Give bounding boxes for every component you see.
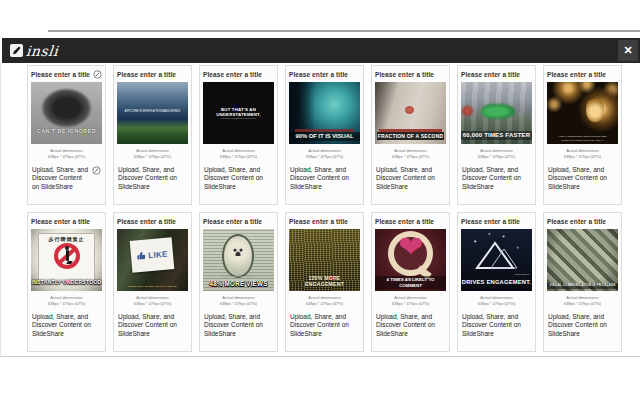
- close-button[interactable]: ✕: [618, 40, 638, 61]
- pin-image[interactable]: POSTS WITH PHOTOS GET 120% MORE ENGAGEME…: [289, 229, 360, 291]
- pin-title-input[interactable]: Please enter a title: [375, 71, 434, 78]
- pin-description[interactable]: Upload, Share, and Discover Content on S…: [204, 313, 273, 338]
- pin-card[interactable]: Please enter a title A PICTURE IS WORTH …: [113, 65, 192, 205]
- card-description-row: Upload, Share, and Discover Content on S…: [31, 313, 102, 338]
- slide-caption: BUT THAT'S AN UNDERSTATEMENT,: [203, 107, 274, 117]
- card-title-row: Please enter a title: [375, 69, 446, 79]
- pin-description[interactable]: Upload, Share, and Discover Content on S…: [290, 313, 359, 338]
- pin-title-input[interactable]: Please enter a title: [461, 218, 520, 225]
- pin-title-input[interactable]: Please enter a title: [547, 71, 606, 78]
- pin-description[interactable]: Upload, Share, and Discover Content on S…: [462, 313, 531, 338]
- page-top-edge: [48, 30, 640, 32]
- pin-card[interactable]: Please enter a title 歩行喫煙禁止 INSTANTLY UN…: [27, 212, 106, 352]
- pin-title-input[interactable]: Please enter a title: [203, 218, 262, 225]
- pin-card[interactable]: Please enter a title ❤ PEOPLE ARE 4 TIME…: [371, 212, 450, 352]
- slide-caption: FRACTION OF A SECOND: [377, 132, 444, 140]
- pin-description[interactable]: Upload, Share, and Discover Content on S…: [32, 166, 90, 191]
- pin-card[interactable]: Please enter a title CAN'T BE IGNORED Ac…: [27, 65, 106, 205]
- pin-title-input[interactable]: Please enter a title: [547, 218, 606, 225]
- pin-image[interactable]: CONTENT WITH VISUALS GETS 48% MORE VIEWS: [203, 229, 274, 291]
- pin-description[interactable]: Upload, Share, and Discover Content on S…: [290, 166, 359, 191]
- image-dimensions: Actual dimensions 638px * 479px (47%): [203, 148, 274, 161]
- dims-value: 638px * 479px (47%): [289, 301, 360, 307]
- image-dimensions: Actual dimensions 638px * 479px (47%): [547, 148, 618, 161]
- pin-title-input[interactable]: Please enter a title: [31, 218, 90, 225]
- slide-caption-sub: CONTENT WITH VISUALS GETS: [203, 275, 274, 278]
- logo-wordmark: insli: [25, 44, 59, 58]
- pin-card[interactable]: Please enter a title visual content DRIV…: [457, 212, 536, 352]
- dims-value: 638px * 479px (47%): [461, 154, 532, 160]
- pin-title-input[interactable]: Please enter a title: [461, 71, 520, 78]
- pin-card[interactable]: Please enter a title BUT THAT'S AN UNDER…: [199, 65, 278, 205]
- pin-description[interactable]: Upload, Share, and Discover Content on S…: [376, 166, 445, 191]
- pin-title-input[interactable]: Please enter a title: [289, 218, 348, 225]
- like-label: LIKE: [148, 249, 168, 260]
- card-title-row: Please enter a title: [203, 69, 274, 79]
- pin-description[interactable]: Upload, Share, and Discover Content on S…: [548, 166, 617, 191]
- pin-image[interactable]: CAN'T BE IGNORED: [31, 82, 102, 144]
- dims-value: 638px * 479px (47%): [547, 301, 618, 307]
- pin-title-input[interactable]: Please enter a title: [375, 218, 434, 225]
- image-dimensions: Actual dimensions 638px * 479px (47%): [375, 148, 446, 161]
- pin-image[interactable]: FRACTION OF A SECOND: [375, 82, 446, 144]
- mountain-triangles-icon: [474, 241, 518, 269]
- card-title-row: Please enter a title: [117, 69, 188, 79]
- pin-description[interactable]: Upload, Share, and Discover Content on S…: [462, 166, 531, 191]
- image-dimensions: Actual dimensions 638px * 479px (47%): [461, 148, 532, 161]
- dims-value: 638px * 479px (47%): [203, 154, 274, 160]
- pin-image[interactable]: VISUAL COMMUNICATION ILLUMINATES EVEN TH…: [547, 82, 618, 144]
- image-dimensions: Actual dimensions 638px * 479px (47%): [117, 148, 188, 161]
- pin-card[interactable]: Please enter a title VISUAL COMMUNICATIO…: [543, 65, 622, 205]
- edit-description-icon[interactable]: [92, 166, 101, 175]
- pin-description[interactable]: Upload, Share, and Discover Content on S…: [118, 166, 187, 191]
- pin-description[interactable]: Upload, Share, and Discover Content on S…: [118, 313, 187, 338]
- image-dimensions: Actual dimensions 638px * 479px (47%): [547, 295, 618, 308]
- pin-image[interactable]: 90% OF IT IS VISUAL: [289, 82, 360, 144]
- card-title-row: Please enter a title: [31, 216, 102, 226]
- pin-description[interactable]: Upload, Share, and Discover Content on S…: [548, 313, 617, 338]
- card-description-row: Upload, Share, and Discover Content on S…: [547, 166, 618, 191]
- pin-card[interactable]: Please enter a title 90% OF IT IS VISUAL…: [285, 65, 364, 205]
- card-description-row: Upload, Share, and Discover Content on S…: [289, 313, 360, 338]
- slide-caption-sub: EVEN THE MOST COMPLEX IDEAS: [547, 139, 618, 142]
- pin-description[interactable]: Upload, Share, and Discover Content on S…: [32, 313, 101, 338]
- slide-caption: CAN'T BE IGNORED: [31, 128, 102, 135]
- pin-card[interactable]: Please enter a title 60,000 TIMES FASTER…: [457, 65, 536, 205]
- app-logo: insli: [10, 44, 58, 58]
- pin-image[interactable]: BUT THAT'S AN UNDERSTATEMENT, a picture …: [203, 82, 274, 144]
- pin-title-input[interactable]: Please enter a title: [117, 218, 176, 225]
- card-title-row: Please enter a title: [31, 69, 102, 79]
- pin-title-input[interactable]: Please enter a title: [203, 71, 262, 78]
- pin-image[interactable]: visual content DRIVES ENGAGEMENT.: [461, 229, 532, 291]
- logo-pen-icon: [10, 44, 23, 57]
- pin-card[interactable]: Please enter a title POSTS WITH PHOTOS G…: [285, 212, 364, 352]
- pedestrian-figure-icon: [66, 250, 69, 261]
- pin-title-input[interactable]: Please enter a title: [31, 71, 90, 78]
- card-description-row: Upload, Share, and Discover Content on S…: [375, 166, 446, 191]
- sign-japanese-text: 歩行喫煙禁止: [49, 236, 85, 242]
- slide-caption-sub: visual content: [514, 274, 529, 277]
- card-title-row: Please enter a title: [547, 216, 618, 226]
- pin-title-input[interactable]: Please enter a title: [289, 71, 348, 78]
- pin-title-input[interactable]: Please enter a title: [117, 71, 176, 78]
- pin-description[interactable]: Upload, Share, and Discover Content on S…: [204, 166, 273, 191]
- pin-image[interactable]: A PICTURE IS WORTH A THOUSAND WORDS: [117, 82, 188, 144]
- pin-image[interactable]: 60,000 TIMES FASTER: [461, 82, 532, 144]
- card-title-row: Please enter a title: [375, 216, 446, 226]
- pin-image[interactable]: VISUAL COMMUNICATION IS PRICELESS: [547, 229, 618, 291]
- pin-card[interactable]: Please enter a title CONTENT WITH VISUAL…: [199, 212, 278, 352]
- dims-value: 638px * 479px (47%): [117, 301, 188, 307]
- pin-card[interactable]: Please enter a title LIKE MORE LIKELY TO…: [113, 212, 192, 352]
- edit-title-icon[interactable]: [93, 70, 102, 79]
- pin-card[interactable]: Please enter a title FRACTION OF A SECON…: [371, 65, 450, 205]
- pin-description[interactable]: Upload, Share, and Discover Content on S…: [376, 313, 445, 338]
- card-title-row: Please enter a title: [117, 216, 188, 226]
- image-dimensions: Actual dimensions 638px * 479px (47%): [31, 295, 102, 308]
- dims-value: 638px * 479px (47%): [117, 154, 188, 160]
- pin-card[interactable]: Please enter a title VISUAL COMMUNICATIO…: [543, 212, 622, 352]
- image-dimensions: Actual dimensions 638px * 479px (47%): [375, 295, 446, 308]
- pin-image[interactable]: 歩行喫煙禁止 INSTANTLY UNDERSTOOD: [31, 229, 102, 291]
- pin-image[interactable]: LIKE MORE LIKELY TO ENGAGE WITH A BRAND: [117, 229, 188, 291]
- pin-image[interactable]: ❤ PEOPLE ARE 4 TIMES AS LIKELY TO COMMEN…: [375, 229, 446, 291]
- card-title-row: Please enter a title: [461, 216, 532, 226]
